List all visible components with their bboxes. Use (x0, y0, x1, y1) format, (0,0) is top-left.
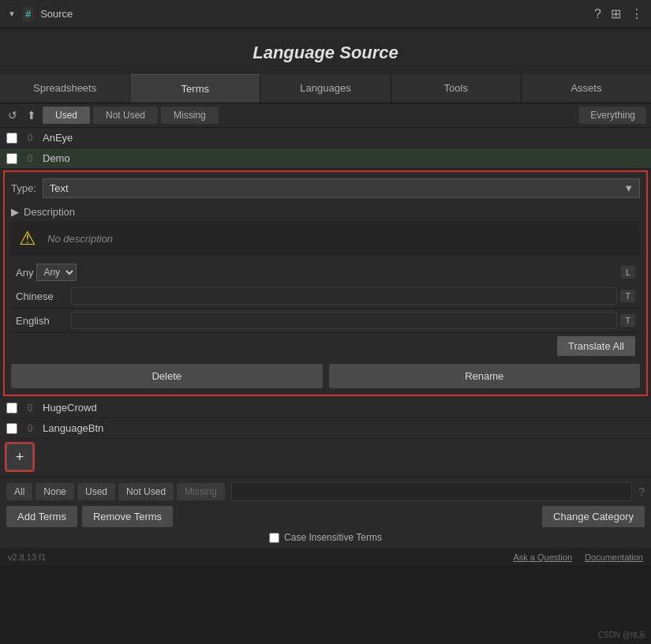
translate-all-button[interactable]: Translate All (557, 336, 635, 356)
refresh-button[interactable]: ↺ (5, 107, 21, 123)
collapse-icon[interactable]: ▼ (8, 9, 16, 18)
filter-notused-button[interactable]: Not Used (93, 107, 158, 124)
bottom-case-row: Case Insensitive Terms (6, 532, 645, 543)
tab-terms[interactable]: Terms (130, 74, 260, 103)
type-row: Type: Text Sprite Audio ▼ (11, 178, 640, 198)
documentation-link[interactable]: Documentation (585, 552, 643, 562)
term-checkbox-0[interactable] (6, 133, 17, 144)
term-checkbox-languagebtn[interactable] (6, 423, 17, 434)
type-select-wrapper: Text Sprite Audio ▼ (43, 178, 640, 198)
title-bar-left: ▼ # Source (8, 6, 73, 21)
bottom-action-row: Add Terms Remove Terms Change Category (6, 506, 645, 527)
term-name-1: Demo (43, 152, 645, 164)
version-label: v2.8.13 f1 (8, 552, 46, 562)
title-bar: ▼ # Source ? ⊞ ⋮ (0, 0, 651, 28)
tab-tools[interactable]: Tools (391, 74, 522, 103)
term-checkbox-1[interactable] (6, 153, 17, 164)
bottom-toolbar: All None Used Not Used Missing ? Add Ter… (0, 477, 651, 548)
add-terms-button[interactable]: Add Terms (6, 506, 77, 527)
footer: v2.8.13 f1 Ask a Question Documentation (0, 548, 651, 565)
english-input[interactable] (71, 312, 617, 329)
menu-icon[interactable]: ⋮ (630, 6, 643, 21)
filter-bar: ↺ ⬆ Used Not Used Missing Everything (0, 103, 651, 128)
window-title: Source (40, 8, 73, 20)
main-panel: Language Source Spreadsheets Terms Langu… (0, 28, 651, 565)
tab-bar: Spreadsheets Terms Languages Tools Asset… (0, 74, 651, 103)
extra-terms-list: 0 HugeCrowd 0 LanguageBtn (0, 398, 651, 439)
description-label: Description (24, 206, 75, 218)
selected-panel: Type: Text Sprite Audio ▼ ▶ Description … (3, 170, 648, 396)
tab-languages[interactable]: Languages (260, 74, 391, 103)
table-row[interactable]: 0 LanguageBtn (0, 418, 651, 439)
change-category-button[interactable]: Change Category (542, 506, 645, 527)
description-box: ⚠ No description (11, 221, 640, 256)
delete-button[interactable]: Delete (11, 364, 323, 388)
type-label: Type: (11, 182, 36, 194)
term-count-0: 0 (24, 133, 36, 144)
help-icon[interactable]: ? (594, 7, 601, 21)
search-input[interactable] (231, 482, 632, 501)
case-insensitive-checkbox[interactable] (269, 533, 279, 543)
add-term-button[interactable]: + (6, 444, 33, 470)
type-select[interactable]: Text Sprite Audio (43, 178, 640, 198)
chinese-lang-row: Chinese T (11, 284, 640, 309)
tab-assets[interactable]: Assets (522, 74, 651, 103)
chinese-badge[interactable]: T (620, 290, 635, 302)
panel-title: Language Source (0, 28, 651, 74)
description-toggle[interactable]: ▶ Description (11, 203, 640, 221)
table-row[interactable]: 0 Demo (0, 148, 651, 169)
upload-button[interactable]: ⬆ (24, 107, 39, 123)
bottom-missing-button[interactable]: Missing (177, 483, 225, 500)
term-checkbox-hugecrowd[interactable] (6, 402, 17, 414)
term-name-hugecrowd: HugeCrowd (43, 402, 645, 414)
english-label: English (16, 315, 71, 327)
remove-terms-button[interactable]: Remove Terms (82, 506, 173, 527)
terms-list: 0 AnEye 0 Demo (0, 128, 651, 169)
any-dropdown[interactable]: Any (36, 264, 77, 281)
watermark: CSDN @恪辰 (598, 630, 646, 641)
add-btn-row: + (0, 439, 651, 475)
action-buttons: Delete Rename (11, 364, 640, 388)
filter-used-button[interactable]: Used (43, 107, 90, 124)
term-count-languagebtn: 0 (24, 423, 36, 434)
any-label: Any (16, 267, 33, 279)
table-row[interactable]: 0 HugeCrowd (0, 398, 651, 418)
warning-icon: ⚠ (19, 227, 36, 249)
bottom-none-button[interactable]: None (36, 483, 74, 500)
chinese-label: Chinese (16, 290, 71, 302)
english-badge[interactable]: T (620, 314, 635, 327)
hash-icon: # (22, 6, 34, 21)
rename-button[interactable]: Rename (329, 364, 641, 388)
chinese-input[interactable] (71, 287, 617, 305)
l-badge[interactable]: L (621, 266, 635, 279)
any-row: Any Any L (11, 260, 640, 284)
term-count-1: 0 (24, 153, 36, 164)
table-row[interactable]: 0 AnEye (0, 128, 651, 148)
filter-missing-button[interactable]: Missing (161, 107, 219, 124)
case-insensitive-label: Case Insensitive Terms (284, 532, 382, 543)
english-lang-row: English T (11, 309, 640, 333)
bottom-filter-row: All None Used Not Used Missing ? (6, 482, 645, 501)
settings-icon[interactable]: ⊞ (611, 6, 621, 21)
description-chevron-icon: ▶ (11, 206, 19, 218)
term-name-languagebtn: LanguageBtn (43, 422, 645, 434)
translate-all-row: Translate All (11, 333, 640, 359)
filter-everything-button[interactable]: Everything (579, 107, 646, 124)
bottom-notused-button[interactable]: Not Used (118, 483, 174, 500)
title-bar-right: ? ⊞ ⋮ (594, 6, 643, 21)
bottom-help-icon[interactable]: ? (638, 485, 645, 498)
footer-links: Ask a Question Documentation (513, 552, 643, 562)
term-name-0: AnEye (43, 132, 645, 144)
term-count-hugecrowd: 0 (24, 402, 36, 414)
bottom-all-button[interactable]: All (6, 483, 32, 500)
ask-question-link[interactable]: Ask a Question (513, 552, 572, 562)
tab-spreadsheets[interactable]: Spreadsheets (0, 74, 130, 103)
description-text: No description (47, 233, 113, 245)
bottom-used-button[interactable]: Used (77, 483, 115, 500)
